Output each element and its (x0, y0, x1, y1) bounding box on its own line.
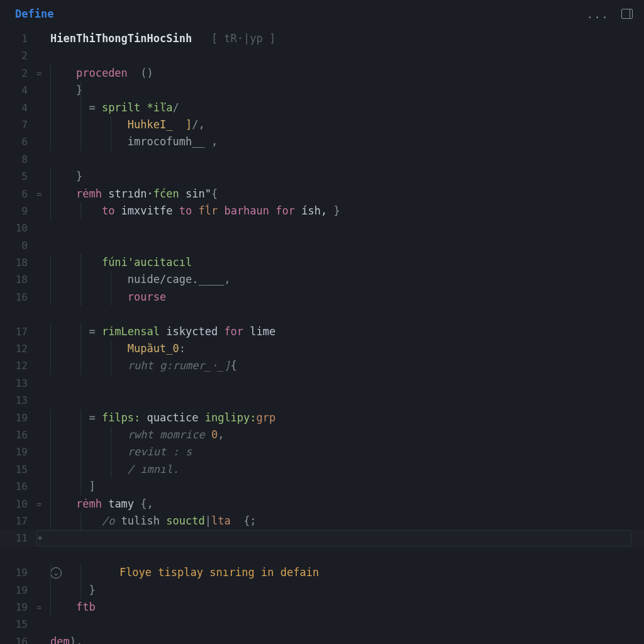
line-number[interactable]: 12 (0, 357, 36, 374)
fold-marker[interactable]: = (36, 65, 50, 82)
tab-define[interactable]: Define (15, 8, 53, 20)
line-number[interactable]: 16 (0, 478, 36, 495)
code-line[interactable]: 10= rėmh tamy {, (0, 496, 644, 513)
code-line[interactable]: 13 (0, 392, 644, 409)
line-number[interactable]: 13 (0, 375, 36, 392)
code-line[interactable]: 12 ruht g:rumer_·_]{ (0, 357, 644, 374)
code-content[interactable]: rwht momrice 0, (50, 426, 644, 443)
code-content[interactable]: HuhkeI_ ]/, (50, 116, 644, 133)
line-number[interactable]: 16 (0, 426, 36, 443)
code-line[interactable] (0, 547, 644, 564)
line-number[interactable]: 5 (0, 168, 36, 185)
line-number[interactable]: 17 (0, 323, 36, 340)
code-line[interactable]: 7 HuhkeI_ ]/, (0, 116, 644, 133)
fold-marker[interactable]: = (36, 496, 50, 513)
code-content[interactable]: ⌄ Floye tisplay snıring in defain (50, 564, 644, 581)
code-line[interactable]: 10 (0, 219, 644, 236)
line-number[interactable]: 11 (0, 530, 36, 547)
line-number[interactable]: 19 (0, 599, 36, 616)
code-line[interactable]: 11✱ (0, 530, 644, 547)
line-number[interactable]: 13 (0, 392, 36, 409)
line-number[interactable]: 4 (0, 99, 36, 116)
code-content[interactable]: } (50, 168, 644, 185)
code-content[interactable]: to imxvitfe to fĺr barhaun for ísh, } (50, 203, 644, 219)
code-content[interactable]: dem), (50, 633, 644, 644)
code-line[interactable]: 19 = filps: quactice inglipy:grp (0, 409, 644, 426)
code-line[interactable]: 6= rėmh strıdn·fćen sin"{ (0, 186, 644, 203)
code-content[interactable]: nuide/cage.____, (50, 271, 644, 288)
code-line[interactable]: 16 ] (0, 478, 644, 495)
line-number[interactable]: 8 (0, 151, 36, 168)
line-number[interactable]: 19 (0, 564, 36, 581)
code-content[interactable]: rėmh strıdn·fćen sin"{ (50, 186, 644, 203)
code-line[interactable] (0, 306, 644, 323)
panel-icon[interactable] (621, 9, 633, 19)
fold-marker[interactable]: = (36, 186, 50, 203)
line-number[interactable]: 9 (0, 203, 36, 219)
code-content[interactable]: ruht g:rumer_·_]{ (50, 357, 644, 374)
fold-marker[interactable]: = (36, 599, 50, 616)
code-line[interactable]: 5 } (0, 168, 644, 185)
code-line[interactable]: 9 to imxvitfe to fĺr barhaun for ísh, } (0, 203, 644, 219)
code-line[interactable]: 0 (0, 237, 644, 254)
code-line[interactable]: 16dem), (0, 633, 644, 644)
line-number[interactable]: 6 (0, 186, 36, 203)
line-number[interactable]: 19 (0, 443, 36, 460)
code-line[interactable]: 16 rourse (0, 289, 644, 306)
line-number[interactable]: 0 (0, 237, 36, 254)
line-number[interactable]: 17 (0, 513, 36, 530)
code-line[interactable]: 4 } (0, 82, 644, 99)
code-line[interactable]: 2 (0, 47, 644, 64)
code-content[interactable]: imrocofumh__ , (50, 133, 644, 150)
code-content[interactable]: Mupȁut_0: (50, 340, 644, 357)
code-content[interactable]: = filps: quactice inglipy:grp (50, 409, 644, 426)
code-line[interactable]: 15 / ımnıl. (0, 461, 644, 478)
code-content[interactable]: rėmh tamy {, (50, 496, 644, 513)
line-number[interactable]: 18 (0, 271, 36, 288)
code-line[interactable]: 12 Mupȁut_0: (0, 340, 644, 357)
code-line[interactable]: 19 reviut : s (0, 443, 644, 460)
code-line[interactable]: 8 (0, 151, 644, 168)
line-number[interactable]: 16 (0, 633, 36, 644)
code-line[interactable]: 19 } (0, 582, 644, 599)
line-number[interactable]: 2 (0, 65, 36, 82)
line-number[interactable]: 10 (0, 219, 36, 236)
code-line[interactable]: 4 = sprilt *iľa/ (0, 99, 644, 116)
code-content[interactable]: reviut : s (50, 443, 644, 460)
code-line[interactable]: 6 imrocofumh__ , (0, 133, 644, 150)
line-number[interactable]: 10 (0, 496, 36, 513)
line-number[interactable]: 4 (0, 82, 36, 99)
code-editor[interactable]: 1HienThiThongTinHocSinh [ tR·|yp ]22= pr… (0, 26, 644, 644)
line-number[interactable]: 6 (0, 133, 36, 150)
code-content[interactable]: fúni'aucitacıl (50, 254, 644, 271)
line-number[interactable]: 15 (0, 461, 36, 478)
code-line[interactable]: 1HienThiThongTinHocSinh [ tR·|yp ] (0, 30, 644, 47)
code-content[interactable]: = sprilt *iľa/ (50, 99, 644, 116)
line-number[interactable]: 16 (0, 289, 36, 306)
line-number[interactable]: 1 (0, 30, 36, 47)
code-content[interactable]: ftb (50, 599, 644, 616)
hint-icon[interactable]: ⌄ (50, 567, 62, 579)
code-content[interactable]: /o tulish souctd|lta {; (50, 513, 644, 530)
line-number[interactable]: 2 (0, 47, 36, 64)
line-number[interactable]: 15 (0, 616, 36, 633)
code-content[interactable]: rourse (50, 289, 644, 306)
line-number[interactable]: 19 (0, 409, 36, 426)
code-line[interactable]: 19⌄ Floye tisplay snıring in defain (0, 564, 644, 581)
code-line[interactable]: 18 nuide/cage.____, (0, 271, 644, 288)
code-line[interactable]: 17 = rimLensal iskycted for lime (0, 323, 644, 340)
code-line[interactable]: 17 /o tulish souctd|lta {; (0, 513, 644, 530)
code-content[interactable]: ] (50, 478, 644, 495)
code-content[interactable]: / ımnıl. (50, 461, 644, 478)
code-content[interactable]: = rimLensal iskycted for lime (50, 323, 644, 340)
code-content[interactable]: } (50, 82, 644, 99)
line-number[interactable]: 12 (0, 340, 36, 357)
code-content[interactable]: proceden () (50, 65, 644, 82)
code-line[interactable]: 18 fúni'aucitacıl (0, 254, 644, 271)
line-number[interactable]: 7 (0, 116, 36, 133)
code-line[interactable]: 13 (0, 375, 644, 392)
line-number[interactable]: 19 (0, 582, 36, 599)
code-line[interactable]: 15 (0, 616, 644, 633)
code-line[interactable]: 2= proceden () (0, 65, 644, 82)
breakpoint-icon[interactable]: ✱ (38, 530, 42, 547)
